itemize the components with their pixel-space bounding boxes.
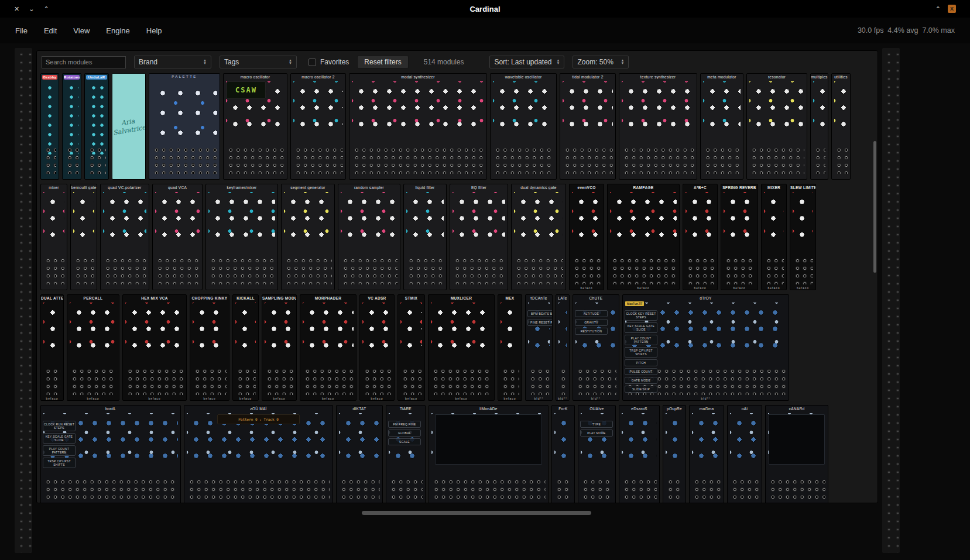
knobs-decoration: [813, 81, 825, 136]
module-stmix[interactable]: STMIXbefaco: [397, 294, 425, 401]
reset-filters-button[interactable]: Reset filters: [357, 56, 408, 68]
module-multiples[interactable]: multiples: [810, 73, 828, 180]
knobs-decoration: [793, 192, 813, 247]
module-grabby[interactable]: Grabby: [40, 73, 59, 180]
module-chute[interactable]: ChUTEALTITUDEGRAVITYRESTITUTIONbId°°: [573, 294, 619, 401]
module-resonator[interactable]: resonator: [746, 73, 807, 180]
titlebar-right-controls: ⌃X: [935, 5, 970, 13]
module-aria-salvatrice[interactable]: Aria SalvatriceAria Salvatrice: [112, 73, 146, 180]
pin-window-icon[interactable]: ⌃: [935, 5, 941, 13]
module-segment-generator[interactable]: segment generator: [281, 184, 335, 290]
module-mixer[interactable]: mixer: [40, 184, 67, 290]
module-zo-ma[interactable]: zOÙ MAÏPattern 0 : Track 0bId°°: [184, 405, 333, 503]
module-percall[interactable]: PERCALLbefaco: [67, 294, 119, 401]
brand-select-value: Brand: [139, 58, 157, 66]
module-hex-mix-vca[interactable]: HEX MIX VCAbefaco: [122, 294, 187, 401]
brand-logo: befaco: [721, 286, 758, 290]
module-oai[interactable]: oAibId°°: [727, 405, 762, 503]
module-sampling-modulator[interactable]: SAMPLING MODULATORbefaco: [262, 294, 297, 401]
module-wavetable-oscillator[interactable]: wavetable oscillator: [490, 73, 557, 180]
module-meta-modulator[interactable]: meta modulator: [700, 73, 743, 180]
module-undular[interactable]: UnduLaR: [84, 73, 109, 180]
tags-select-value: Tags: [224, 58, 239, 66]
knobs-decoration: [43, 83, 56, 154]
module-magma[interactable]: maGmabId°°: [689, 405, 724, 503]
menu-file[interactable]: File: [15, 26, 28, 35]
module-rotatoes[interactable]: Rotatoes: [62, 73, 81, 180]
knobs-decoration: [834, 81, 848, 136]
module-edsaros[interactable]: eDsaroSbId°°: [619, 405, 660, 503]
knobs-decoration: [339, 413, 380, 468]
module-vc-adsr[interactable]: VC ADSRbefaco: [359, 294, 395, 401]
module-title: ForK: [552, 406, 574, 411]
jacks-decoration: [187, 477, 330, 503]
module-canard[interactable]: cANARdbId°°: [765, 405, 828, 503]
module-title: texture synthesizer: [619, 74, 697, 79]
menu-engine[interactable]: Engine: [106, 26, 129, 35]
module-title: wavetable oscillator: [491, 74, 556, 79]
module-dual-attenuverter[interactable]: DUAL ATTENUVERTERbefaco: [40, 294, 64, 401]
jacks-decoration: [43, 366, 61, 395]
module-utilities[interactable]: utilities: [831, 73, 851, 180]
sort-select[interactable]: Sort: Last updated ▲▼: [489, 56, 564, 68]
module-random-sampler[interactable]: random sampler: [338, 184, 400, 290]
module-macro-oscillator-2[interactable]: macro oscillator 2: [290, 73, 346, 180]
module-quad-vc-polarizer[interactable]: quad VC-polarizer: [100, 184, 149, 290]
minimize-icon[interactable]: ⌄: [29, 5, 34, 13]
module-title: ChUTE: [573, 295, 619, 300]
module-bernoulli-gate[interactable]: bernoulli gate: [70, 184, 97, 290]
close-icon[interactable]: ✕: [14, 5, 19, 13]
module-dual-dynamics-gate[interactable]: dual dynamics gate: [511, 184, 566, 290]
module-spring-reverb[interactable]: SPRING REVERBbefaco: [721, 184, 758, 290]
browser-vertical-scrollbar[interactable]: [873, 141, 876, 273]
knobs-decoration: [703, 81, 741, 136]
menu-view[interactable]: View: [73, 26, 90, 35]
module-late[interactable]: LATebId°°: [556, 294, 570, 401]
module-limonade[interactable]: liMonADebId°°: [429, 405, 549, 503]
module-a-b-c[interactable]: A*B+Cbefaco: [683, 184, 718, 290]
brand-select[interactable]: Brand ▲▼: [134, 56, 211, 68]
module-fork[interactable]: ForKbId°°: [551, 405, 575, 503]
search-input[interactable]: [42, 56, 126, 68]
menu-edit[interactable]: Edit: [44, 26, 57, 35]
module-texture-synthesizer[interactable]: texture synthesizer: [619, 73, 697, 180]
window-title: Cardinal: [0, 5, 970, 13]
module-dtroy[interactable]: dTrOYMaxFun.TFCLOCK KEY RESET STEPSKEY S…: [622, 294, 789, 401]
module-tiare[interactable]: TiAREFM FREQ FINEGLOBALSCALEbId°°: [386, 405, 426, 503]
module-poupre[interactable]: pOupRebId°°: [663, 405, 686, 503]
module-mixer[interactable]: MIXERbefaco: [761, 184, 787, 290]
module-tidal-modulator-2[interactable]: tidal modulator 2: [560, 73, 616, 180]
module-tocante[interactable]: tOCAnTeBPM BEATS BARFINE RESET RUNbId°°: [525, 294, 553, 401]
module-rampage[interactable]: RAMPAGEbefaco: [607, 184, 680, 290]
module-modal-synthesizer[interactable]: modal synthesizer: [349, 73, 487, 180]
module-title: STMIX: [398, 295, 424, 300]
module-title: utilities: [832, 74, 850, 79]
module-diktat[interactable]: dIKTATbId°°: [336, 405, 383, 503]
module-title: SLEW LIMITER: [790, 184, 815, 190]
module-liquid-filter[interactable]: liquid filter: [403, 184, 447, 290]
jacks-decoration: [622, 477, 657, 503]
module-keyframer-mixer[interactable]: keyframer/mixer: [205, 184, 278, 290]
rack-horizontal-scrollbar[interactable]: [362, 511, 591, 515]
module-mex[interactable]: MEXbefaco: [498, 294, 522, 401]
x11-icon[interactable]: X: [948, 5, 956, 13]
favorites-checkbox[interactable]: [309, 59, 316, 66]
module-title: TiARE: [386, 406, 425, 411]
module-ouaive[interactable]: OUAIveTYPEPLAY MODEbId°°: [578, 405, 616, 503]
jacks-decoration: [834, 145, 848, 174]
module-slew-limiter[interactable]: SLEW LIMITERbefaco: [790, 184, 816, 290]
menu-help[interactable]: Help: [146, 26, 162, 35]
module-eq-filter[interactable]: EQ filter: [450, 184, 508, 290]
module-kickall[interactable]: KICKALLbefaco: [232, 294, 259, 401]
module-bordl[interactable]: bordLCLOCK RUN RESET STEPSKEY SCALE GATE…: [40, 405, 181, 503]
maximize-icon[interactable]: ⌃: [43, 5, 49, 13]
module-macro-oscillator[interactable]: macro oscillatorCSAW: [223, 73, 287, 180]
tags-select[interactable]: Tags ▲▼: [220, 56, 297, 68]
module-evenvco[interactable]: evenVCObefaco: [569, 184, 604, 290]
module-morphader[interactable]: MORPHADERbefaco: [300, 294, 357, 401]
module-muxlicer[interactable]: MUXLICERbefaco: [428, 294, 495, 401]
module-palette[interactable]: PALETTE: [149, 73, 220, 180]
module-quad-vca[interactable]: quad VCA: [152, 184, 203, 290]
zoom-select[interactable]: Zoom: 50% ▲▼: [573, 56, 629, 68]
module-chopping-kinky[interactable]: CHOPPING KINKYbefaco: [190, 294, 229, 401]
